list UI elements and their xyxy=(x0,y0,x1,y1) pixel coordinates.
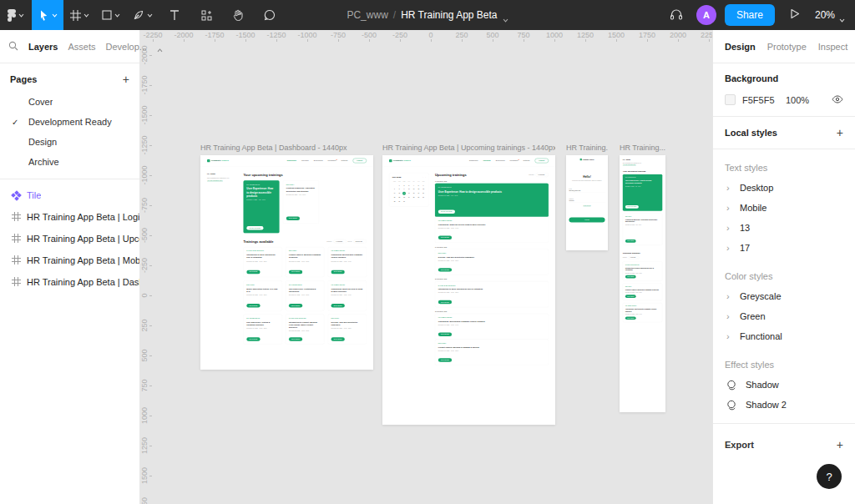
shape-tool[interactable] xyxy=(95,0,127,30)
logo-icon: » xyxy=(580,159,582,160)
main-menu-button[interactable] xyxy=(0,0,32,30)
frame-title-upcoming[interactable]: HR Training App Beta | Upcoming training… xyxy=(382,144,555,152)
text-style-13[interactable]: ›13 xyxy=(713,218,855,238)
resources-tool[interactable] xyxy=(190,0,222,30)
create-account-link: Create account xyxy=(569,205,605,206)
card-time: 13:00 - 14:00 xyxy=(451,325,458,326)
layer-item-frame[interactable]: HR Training App Beta | Dashboard... xyxy=(0,271,139,293)
background-opacity-value[interactable]: 100% xyxy=(786,95,809,105)
properties-panel: Design Prototype Inspect Background F5F5… xyxy=(712,30,855,504)
ruler-tick xyxy=(276,39,277,42)
frame-dashboard-1440[interactable]: » Pragmatic Coders DashboardCalendarBook… xyxy=(200,155,373,370)
frame-mobile-login[interactable]: » Pragmatic Coders Hello! Welcome to the… xyxy=(566,155,608,250)
ruler-label: 2250 xyxy=(701,31,712,39)
card-time: 10:00 - 12:00 xyxy=(344,327,352,329)
headphones-icon xyxy=(670,8,683,23)
frame-upcoming-1440[interactable]: » Pragmatic Coders DashboardCalendarBook… xyxy=(382,155,555,425)
calendar-date xyxy=(421,199,426,204)
card-category-tag: HR ONBOARDING xyxy=(331,284,364,285)
card-date: November 17, 2022 xyxy=(438,228,449,229)
color-style-functional[interactable]: ›Functional xyxy=(713,326,855,346)
training-card: DELIVERYProduct Owners: Building a roadm… xyxy=(623,283,662,300)
help-button[interactable]: ? xyxy=(817,464,842,489)
layer-item-frame[interactable]: HR Training App Beta | Login - 37... xyxy=(0,206,139,228)
frame-title-dashboard[interactable]: HR Training App Beta | Dashboard - 1440p… xyxy=(200,144,373,152)
frame-mobile-dashboard[interactable]: Hi, John Two messages are waiting for yo… xyxy=(620,155,665,412)
design-header: » Pragmatic Coders DashboardCalendarBook… xyxy=(200,155,373,166)
layer-item-component[interactable]: Tile xyxy=(0,184,139,206)
local-styles-title: Local styles xyxy=(725,128,777,138)
add-style-button[interactable]: + xyxy=(837,127,843,139)
tab-assets[interactable]: Assets xyxy=(68,42,95,52)
layer-label: HR Training App Beta | Mobile - 3... xyxy=(27,255,139,265)
audio-call-button[interactable] xyxy=(665,3,688,27)
page-label: Archive xyxy=(28,157,59,167)
read-more-button: READ MORE xyxy=(331,270,345,274)
ruler-tick xyxy=(149,235,152,236)
card-title: Onboarding: Meeting with Pragmatic Coder… xyxy=(438,320,545,323)
add-page-button[interactable]: + xyxy=(123,73,129,85)
user-avatar[interactable]: A xyxy=(696,5,716,25)
nav-item-messages: Messages xyxy=(510,159,519,161)
text-style-desktop[interactable]: ›Desktop xyxy=(713,178,855,198)
share-button[interactable]: Share xyxy=(725,4,775,26)
page-item-development-ready[interactable]: ✓Development Ready xyxy=(0,112,139,132)
text-style-17[interactable]: ›17 xyxy=(713,238,855,258)
hand-tool[interactable] xyxy=(222,0,254,30)
breadcrumb-separator: / xyxy=(393,9,396,21)
ruler-tick xyxy=(149,476,152,476)
color-style-green[interactable]: ›Green xyxy=(713,306,855,326)
text-tool[interactable] xyxy=(159,0,190,30)
add-export-button[interactable]: + xyxy=(837,439,843,451)
background-section-title: Background xyxy=(725,73,843,83)
tab-design[interactable]: Design xyxy=(725,42,756,52)
card-category-tag: SALES & MARKETING xyxy=(246,250,279,252)
tab-develop[interactable]: Develop... xyxy=(106,42,148,52)
frame-tool[interactable] xyxy=(63,0,95,30)
card-datetime: November 17, 202213:00 - 14:00 xyxy=(331,294,364,295)
read-more-button: READ MORE xyxy=(438,332,452,335)
page-item-archive[interactable]: Archive xyxy=(0,152,139,172)
frame-title-mobile-login[interactable]: HR Training... xyxy=(566,144,608,152)
pen-tool[interactable] xyxy=(127,0,159,30)
chevron-up-icon[interactable] xyxy=(157,44,163,48)
ruler-label: 250 xyxy=(455,31,468,39)
chevron-right-icon: › xyxy=(726,203,731,213)
training-card: DELIVERYProduct Owners: Building a roadm… xyxy=(435,340,549,365)
card-date: November 30, 2022 xyxy=(438,325,449,326)
tab-prototype[interactable]: Prototype xyxy=(767,42,807,52)
effect-style-shadow[interactable]: Shadow xyxy=(713,375,855,395)
project-name: PC_www xyxy=(347,9,387,21)
comment-tool[interactable] xyxy=(254,0,286,30)
chevron-down-icon xyxy=(839,13,845,18)
tab-layers[interactable]: Layers xyxy=(28,42,58,52)
background-color-swatch[interactable] xyxy=(725,94,736,105)
layer-item-frame[interactable]: HR Training App Beta | Upcoming ... xyxy=(0,228,139,249)
page-item-design[interactable]: Design xyxy=(0,132,139,152)
search-icon[interactable] xyxy=(8,41,18,53)
text-style-mobile[interactable]: ›Mobile xyxy=(713,198,855,218)
read-more-button: READ MORE xyxy=(438,235,452,239)
layer-item-frame[interactable]: HR Training App Beta | Mobile - 3... xyxy=(0,249,139,271)
pragmatic-coders-logo: » Pragmatic Coders xyxy=(569,159,605,160)
calendar-dates: 1234567891011121314151617181920212223242… xyxy=(392,183,426,203)
login-subtitle: Welcome to the online training app. Sign… xyxy=(569,180,605,182)
export-section-title: Export xyxy=(725,440,754,450)
canvas[interactable]: -2250-2000-1750-1500-1250-1000-750-500-2… xyxy=(140,30,712,504)
frame-title-mobile-dashboard[interactable]: HR Training... xyxy=(620,144,665,152)
start-training-button: START TRAINING xyxy=(438,210,455,214)
card-time: 10:00 - 12:00 xyxy=(260,294,267,295)
design-nav: DashboardCalendarBookmarksMessagesSettin… xyxy=(287,159,348,161)
present-button[interactable] xyxy=(783,3,807,27)
move-tool[interactable] xyxy=(32,0,63,30)
effect-style-shadow-2[interactable]: Shadow 2 xyxy=(713,395,855,415)
tab-inspect[interactable]: Inspect xyxy=(818,42,847,52)
page-item-cover[interactable]: Cover xyxy=(0,92,139,112)
background-hex-value[interactable]: F5F5F5 xyxy=(742,95,786,105)
color-style-greyscale[interactable]: ›Greyscale xyxy=(713,286,855,306)
visibility-toggle[interactable] xyxy=(832,93,843,106)
zoom-level-control[interactable]: 20% xyxy=(815,9,845,21)
layer-label: HR Training App Beta | Login - 37... xyxy=(27,212,139,222)
ruler-label: -500 xyxy=(362,31,377,39)
calendar-month: Nov 2022 xyxy=(392,176,402,179)
